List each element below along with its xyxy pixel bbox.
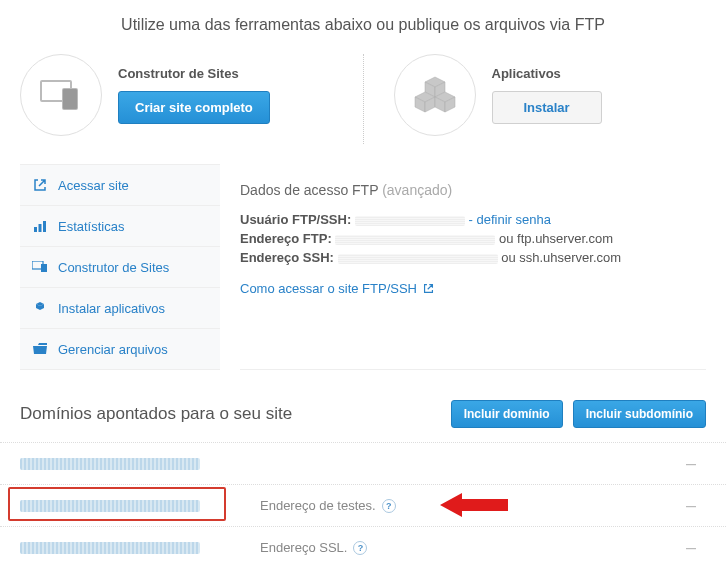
sidebar-item-access-site[interactable]: Acessar site (20, 164, 220, 206)
sidebar-item-label: Construtor de Sites (58, 260, 169, 275)
ftp-user-line: Usuário FTP/SSH: - definir senha (240, 212, 706, 227)
vertical-divider (363, 54, 364, 144)
sidebar-item-label: Gerenciar arquivos (58, 342, 168, 357)
sidebar-item-label: Acessar site (58, 178, 129, 193)
domain-row-label: Endereço SSL. ? (260, 540, 367, 555)
tools-row: Construtor de Sites Criar site completo … (0, 54, 726, 164)
svg-rect-16 (41, 264, 47, 272)
svg-rect-2 (63, 89, 77, 109)
cubes-small-icon (32, 300, 48, 316)
create-site-button[interactable]: Criar site completo (118, 91, 270, 124)
chart-icon (32, 218, 48, 234)
external-link-icon (32, 177, 48, 193)
row-action-placeholder: – (686, 453, 706, 474)
mid-section: Acessar site Estatísticas Construtor de … (0, 164, 726, 390)
row-action-placeholder: – (686, 495, 706, 516)
help-icon[interactable]: ? (353, 541, 367, 555)
domains-header: Domínios apontados para o seu site Inclu… (0, 390, 726, 442)
redacted-value (338, 254, 498, 264)
arrow-annotation (440, 491, 510, 519)
domain-row-label: Endereço de testes. ? (260, 498, 396, 513)
domain-row-test: Endereço de testes. ? – (0, 484, 726, 526)
devices-small-icon (32, 259, 48, 275)
sidebar: Acessar site Estatísticas Construtor de … (20, 164, 220, 370)
ftp-title: Dados de acesso FTP (avançado) (240, 182, 706, 198)
ssh-addr-line: Endereço SSH: ou ssh.uhserver.com (240, 250, 706, 265)
redacted-domain (20, 458, 200, 470)
define-password-link[interactable]: - definir senha (469, 212, 551, 227)
install-button[interactable]: Instalar (492, 91, 602, 124)
help-icon[interactable]: ? (382, 499, 396, 513)
ftp-addr-line: Endereço FTP: ou ftp.uhserver.com (240, 231, 706, 246)
devices-icon (20, 54, 102, 136)
domain-row-ssl: Endereço SSL. ? – (0, 526, 726, 568)
domains-title: Domínios apontados para o seu site (20, 404, 292, 424)
sidebar-item-manage-files[interactable]: Gerenciar arquivos (20, 329, 220, 370)
svg-marker-20 (440, 493, 508, 517)
sidebar-item-builder[interactable]: Construtor de Sites (20, 247, 220, 288)
sidebar-item-label: Estatísticas (58, 219, 124, 234)
page-subtitle: Utilize uma das ferramentas abaixo ou pu… (0, 0, 726, 54)
redacted-domain (20, 500, 200, 512)
tool-title-builder: Construtor de Sites (118, 66, 270, 81)
external-link-icon (423, 283, 434, 294)
tool-site-builder: Construtor de Sites Criar site completo (20, 54, 333, 136)
include-subdomain-button[interactable]: Incluir subdomínio (573, 400, 706, 428)
ftp-panel: Dados de acesso FTP (avançado) Usuário F… (240, 164, 706, 370)
sidebar-item-label: Instalar aplicativos (58, 301, 165, 316)
sidebar-item-stats[interactable]: Estatísticas (20, 206, 220, 247)
tool-apps: Aplicativos Instalar (394, 54, 707, 136)
ftp-access-link[interactable]: Como acessar o site FTP/SSH (240, 281, 434, 296)
domain-row: – (0, 442, 726, 484)
svg-rect-12 (34, 227, 37, 232)
redacted-domain (20, 542, 200, 554)
svg-rect-14 (43, 221, 46, 232)
redacted-value (355, 216, 465, 226)
ftp-advanced-label: (avançado) (382, 182, 452, 198)
cubes-icon (394, 54, 476, 136)
include-domain-button[interactable]: Incluir domínio (451, 400, 563, 428)
sidebar-item-install-apps[interactable]: Instalar aplicativos (20, 288, 220, 329)
row-action-placeholder: – (686, 537, 706, 558)
tool-title-apps: Aplicativos (492, 66, 602, 81)
svg-rect-13 (39, 224, 42, 232)
redacted-value (335, 235, 495, 245)
folder-icon (32, 341, 48, 357)
